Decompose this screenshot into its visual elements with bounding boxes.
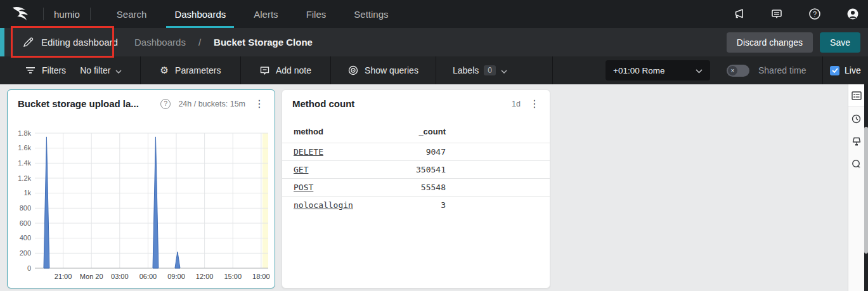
dashboard-toolbar: Filters No filter ⚙ Parameters Add note … [0,56,868,84]
show-queries-label[interactable]: Show queries [365,65,418,75]
search-cursor-icon [852,159,862,169]
svg-text:15:00: 15:00 [224,273,242,280]
method-table-body: DELETE9047GET350541POST55548nolocallogin… [282,143,550,214]
svg-text:1.6k: 1.6k [18,144,31,152]
show-queries-section[interactable]: Show queries [331,56,436,84]
method-link[interactable]: GET [294,165,308,174]
shared-time-toggle[interactable]: × [727,65,749,77]
widget-method-count[interactable]: Method count 1d ⋮ method _count DELETE90… [282,89,550,288]
feedback-icon[interactable] [770,8,783,20]
svg-text:1k: 1k [23,189,31,197]
widget-help-icon[interactable]: ? [160,99,171,109]
editing-dashboard-indicator: Editing dashboard [23,28,118,56]
save-button[interactable]: Save [820,32,860,53]
add-note-section[interactable]: Add note [241,56,331,84]
time-panel-tab[interactable] [848,107,864,130]
list-panel-icon [852,91,862,100]
breadcrumb-current-dashboard: Bucket Storage Clone [214,37,313,48]
top-nav: humio Search Dashboards Alerts Files Set… [0,0,868,28]
parameters-section[interactable]: ⚙ Parameters [141,56,241,84]
svg-text:03:00: 03:00 [111,273,129,280]
panel-properties-tab[interactable] [848,84,864,107]
edit-bar: Editing dashboard Dashboards / Bucket St… [0,28,868,56]
labels-section[interactable]: Labels 0 [436,56,553,84]
method-count-table: method _count DELETE9047GET350541POST555… [282,127,550,214]
eye-icon [348,65,358,75]
svg-text:1.8k: 1.8k [18,129,31,137]
chevron-down-icon [696,66,703,75]
svg-text:0: 0 [27,264,31,272]
svg-text:200: 200 [20,249,31,257]
divider [90,8,91,20]
svg-text:18:00: 18:00 [252,273,270,280]
live-checkbox[interactable] [830,66,839,75]
help-icon[interactable]: ? [808,8,821,20]
toggle-off-knob: × [728,66,737,75]
brand-humio: humio [54,9,80,20]
svg-text:Mon 20: Mon 20 [80,273,103,280]
nav-item-dashboards[interactable]: Dashboards [172,0,228,28]
method-link[interactable]: POST [294,183,313,192]
breadcrumb-dashboards[interactable]: Dashboards [134,37,186,48]
vertical-scrollbar-track[interactable] [864,84,868,291]
megaphone-icon[interactable] [732,8,745,20]
method-link[interactable]: nolocallogin [294,200,353,210]
svg-text:?: ? [813,10,817,18]
widget-time-range: 24h / buckets: 15m [178,100,245,108]
widget-menu-icon[interactable]: ⋮ [528,99,541,109]
shared-time-label: Shared time [758,65,806,75]
table-row: POST55548 [282,179,550,197]
queries-panel-tab[interactable] [848,153,864,176]
widget-title: Method count [292,98,354,109]
discard-changes-button[interactable]: Discard changes [727,32,813,53]
breadcrumb-separator: / [198,37,201,48]
divider [43,8,44,20]
nav-item-alerts[interactable]: Alerts [252,0,280,28]
chevron-down-icon[interactable] [501,65,507,75]
filter-icon [25,67,36,74]
method-link[interactable]: DELETE [294,147,323,157]
svg-text:400: 400 [20,234,31,242]
widget-title: Bucket storage upload la... [18,98,139,109]
edit-mode-accent-strip [0,28,4,56]
timezone-value: +01:00 Rome [613,66,664,75]
nav-item-settings[interactable]: Settings [352,0,390,28]
vertical-scrollbar-thumb[interactable] [864,127,868,254]
count-value: 3 [389,200,446,210]
account-icon[interactable] [846,8,859,20]
parameters-label[interactable]: Parameters [175,65,221,75]
note-icon [260,66,269,75]
count-value: 350541 [389,165,446,174]
breadcrumb: Dashboards / Bucket Storage Clone [134,28,313,56]
svg-text:600: 600 [20,219,31,227]
svg-text:12:00: 12:00 [196,273,214,280]
svg-text:21:00: 21:00 [55,273,72,280]
crowdstrike-logo-icon [11,6,33,22]
filter-dropdown[interactable]: No filter [80,65,110,75]
live-label: Live [845,65,861,75]
top-nav-items: Search Dashboards Alerts Files Settings [115,0,391,28]
count-value: 9047 [389,147,446,157]
widgets-panel-tab[interactable] [848,130,864,153]
dashboard-canvas: Bucket storage upload la... ? 24h / buck… [0,84,868,291]
pencil-icon [23,37,34,48]
nav-item-files[interactable]: Files [304,0,328,28]
labels-count-badge: 0 [484,65,496,75]
table-header-row: method _count [282,127,550,143]
timezone-select[interactable]: +01:00 Rome [606,60,710,81]
widget-menu-icon[interactable]: ⋮ [253,99,266,109]
widget-bucket-storage-upload-latency[interactable]: Bucket storage upload la... ? 24h / buck… [7,89,275,288]
column-header-count: _count [389,127,446,136]
labels-label[interactable]: Labels [453,65,479,75]
chevron-down-icon[interactable] [115,65,122,75]
add-note-label[interactable]: Add note [276,65,311,75]
svg-text:800: 800 [20,204,31,212]
editing-dashboard-label: Editing dashboard [41,37,118,48]
svg-text:1.2k: 1.2k [18,174,31,182]
gear-icon: ⚙ [160,65,169,76]
filters-section: Filters No filter [0,56,141,84]
lamp-icon [852,137,861,146]
table-row: DELETE9047 [282,143,550,161]
filters-label[interactable]: Filters [42,65,66,75]
nav-item-search[interactable]: Search [115,0,149,28]
